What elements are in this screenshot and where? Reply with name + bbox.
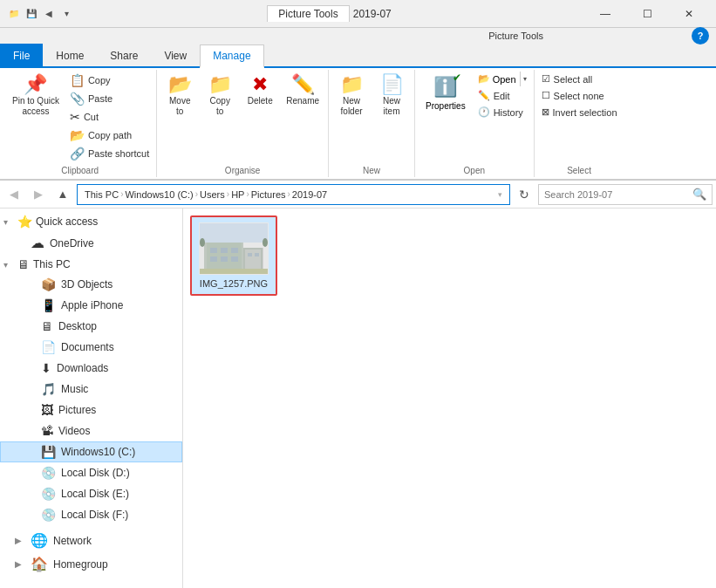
up-button[interactable]: ▲ <box>52 184 73 205</box>
tab-home[interactable]: Home <box>43 44 97 68</box>
select-none-button[interactable]: ☐ Select none <box>538 88 621 103</box>
copy-button[interactable]: 📋 Copy <box>66 72 153 89</box>
select-group: ☑ Select all ☐ Select none ⊠ Invert sele… <box>535 70 624 177</box>
path-dropdown-arrow[interactable]: ▾ <box>498 190 502 199</box>
icon: 💿 <box>41 508 56 522</box>
address-path[interactable]: This PC › Windows10 (C:) › Users › HP › … <box>77 184 510 205</box>
copy-path-button[interactable]: 📂 Copy path <box>66 126 153 144</box>
sidebar-item-documents[interactable]: 📄 Documents <box>0 337 182 358</box>
invert-selection-button[interactable]: ⊠ Invert selection <box>538 105 621 120</box>
move-to-button[interactable]: 📂 Move to <box>160 72 199 120</box>
tab-share[interactable]: Share <box>97 44 151 68</box>
edit-icon: ✏️ <box>478 90 490 101</box>
copy-to-button[interactable]: 📁 Copy to <box>201 72 239 120</box>
paste-button[interactable]: 📎 Paste <box>66 90 153 107</box>
crumb-pictures[interactable]: Pictures <box>251 189 286 200</box>
sidebar-item-homegroup[interactable]: ▶ 🏠 Homegroup <box>0 552 182 576</box>
svg-rect-10 <box>231 256 238 262</box>
label: Desktop <box>58 320 97 332</box>
sidebar-item-windows10(c:)[interactable]: 💾 Windows10 (C:) <box>0 441 182 462</box>
this-pc-label: This PC <box>33 258 71 270</box>
open-button[interactable]: 📂 Open <box>474 72 520 86</box>
tab-manage[interactable]: Manage <box>200 44 263 68</box>
sidebar-item-network[interactable]: ▶ 🌐 Network <box>0 529 182 552</box>
building-svg <box>200 223 268 274</box>
search-input[interactable] <box>544 189 689 200</box>
open-split-button[interactable]: 📂 Open ▾ <box>474 72 530 86</box>
down-arrow-icon[interactable]: ▾ <box>59 7 73 21</box>
new-folder-button[interactable]: 📁 New folder <box>332 72 371 120</box>
crumb-2019-07[interactable]: 2019-07 <box>292 189 327 200</box>
back-button: ◀ <box>3 184 24 205</box>
minimize-button[interactable]: — <box>585 1 625 27</box>
label: Pictures <box>58 404 96 416</box>
pin-to-quick-access-button[interactable]: 📌 Pin to Quick access <box>7 72 65 120</box>
open-icon: 📂 <box>478 73 490 85</box>
paste-shortcut-button[interactable]: 🔗 Paste shortcut <box>66 145 153 162</box>
sidebar: ▾ ⭐ Quick access ☁ OneDrive ▾ 🖥 This PC … <box>0 209 183 588</box>
tab-file[interactable]: File <box>0 44 43 68</box>
homegroup-label: Homegroup <box>53 558 108 571</box>
edit-button[interactable]: ✏️ Edit <box>474 88 530 103</box>
sidebar-item-desktop[interactable]: 🖥 Desktop <box>0 316 182 337</box>
organise-group: 📂 Move to 📁 Copy to ✖ Delete ✏️ Rename <box>157 70 329 177</box>
icon: 📄 <box>41 340 56 354</box>
sidebar-this-pc-header[interactable]: ▾ 🖥 This PC <box>0 255 182 274</box>
crumb-windows10[interactable]: Windows10 (C:) <box>125 189 193 200</box>
crumb-users[interactable]: Users <box>200 189 225 200</box>
sidebar-item-onedrive[interactable]: ☁ OneDrive <box>0 231 182 255</box>
sidebar-pc-items: 📦 3D Objects 📱 Apple iPhone 🖥 Desktop 📄 … <box>0 274 182 525</box>
sidebar-item-localdisk(f:)[interactable]: 💿 Local Disk (F:) <box>0 504 182 525</box>
select-all-icon: ☑ <box>542 73 550 85</box>
sidebar-item-3dobjects[interactable]: 📦 3D Objects <box>0 274 182 295</box>
rename-button[interactable]: ✏️ Rename <box>281 72 324 110</box>
cut-button[interactable]: ✂ Cut <box>66 108 153 126</box>
refresh-button[interactable]: ↻ <box>514 184 535 205</box>
icon: 🖥 <box>41 319 53 333</box>
search-icon: 🔍 <box>692 188 706 201</box>
delete-icon: ✖ <box>252 75 268 94</box>
icon: 📽 <box>41 424 53 438</box>
sidebar-item-videos[interactable]: 📽 Videos <box>0 420 182 441</box>
sidebar-item-appleiphone[interactable]: 📱 Apple iPhone <box>0 295 182 316</box>
label: Local Disk (E:) <box>61 488 129 500</box>
new-group-label: New <box>332 162 411 175</box>
back-arrow-icon[interactable]: ◀ <box>42 7 56 21</box>
content-area: IMG_1257.PNG <box>183 209 716 588</box>
icon: 📦 <box>41 277 56 291</box>
quick-access-label: Quick access <box>36 215 98 228</box>
sidebar-quick-access-header[interactable]: ▾ ⭐ Quick access <box>0 212 182 231</box>
select-none-icon: ☐ <box>542 90 550 101</box>
svg-point-15 <box>200 238 205 247</box>
label: 3D Objects <box>61 278 113 291</box>
svg-rect-7 <box>231 248 238 253</box>
help-button[interactable]: ? <box>692 27 709 44</box>
ribbon-content: 📌 Pin to Quick access 📋 Copy 📎 Paste <box>0 66 716 181</box>
picture-tools-tab-label: Picture Tools <box>267 5 349 22</box>
select-all-button[interactable]: ☑ Select all <box>538 72 621 86</box>
search-box[interactable]: 🔍 <box>538 184 713 205</box>
sidebar-item-localdisk(e:)[interactable]: 💿 Local Disk (E:) <box>0 483 182 504</box>
sidebar-item-localdisk(d:)[interactable]: 💿 Local Disk (D:) <box>0 462 182 483</box>
label: Documents <box>61 341 114 353</box>
icon: 🖼 <box>41 403 53 417</box>
delete-button[interactable]: ✖ Delete <box>241 72 279 110</box>
file-item-img1257[interactable]: IMG_1257.PNG <box>190 215 277 296</box>
crumb-hp[interactable]: HP <box>231 189 244 200</box>
tab-view[interactable]: View <box>151 44 200 68</box>
open-dropdown-arrow[interactable]: ▾ <box>520 72 530 86</box>
sidebar-item-downloads[interactable]: ⬇ Downloads <box>0 358 182 379</box>
history-button[interactable]: 🕐 History <box>474 105 530 120</box>
crumb-thispc[interactable]: This PC <box>85 189 119 200</box>
quick-access-icon[interactable]: 💾 <box>24 7 38 21</box>
maximize-button[interactable]: ☐ <box>627 1 667 27</box>
sidebar-item-pictures[interactable]: 🖼 Pictures <box>0 400 182 420</box>
new-item-button[interactable]: 📄 New item <box>372 72 411 120</box>
file-name: IMG_1257.PNG <box>200 278 268 289</box>
new-group-content: 📁 New folder 📄 New item <box>332 72 411 162</box>
close-button[interactable]: ✕ <box>669 1 709 27</box>
label: Videos <box>58 425 90 437</box>
properties-button[interactable]: ℹ️ ✔ Properties <box>419 72 473 113</box>
label: Apple iPhone <box>61 299 123 311</box>
sidebar-item-music[interactable]: 🎵 Music <box>0 379 182 400</box>
